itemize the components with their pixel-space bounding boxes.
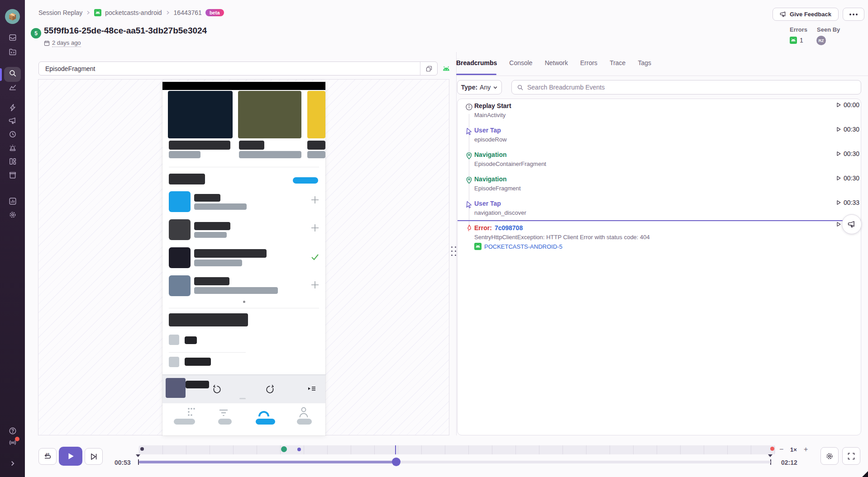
copy-screen-name-button[interactable] bbox=[420, 62, 437, 75]
breadcrumb-project-link[interactable]: pocketcasts-android bbox=[105, 9, 162, 16]
event-title[interactable]: Replay Start bbox=[474, 102, 511, 109]
nav-discover-icon bbox=[257, 407, 271, 418]
timeline-marker-tap[interactable] bbox=[297, 448, 301, 451]
tab-breadcrumbs[interactable]: Breadcrumbs bbox=[456, 59, 497, 73]
timeline-left-bound[interactable] bbox=[136, 454, 140, 457]
sidebar-item-releases[interactable] bbox=[0, 128, 25, 142]
rewind-10s-button[interactable]: 10 bbox=[38, 448, 57, 465]
fullscreen-button[interactable] bbox=[842, 447, 860, 465]
timeline-minimap[interactable] bbox=[139, 445, 775, 454]
seek-bar[interactable] bbox=[139, 461, 771, 463]
timeline-marker-navigation[interactable] bbox=[281, 446, 287, 452]
list-icon-placeholder bbox=[169, 335, 179, 345]
tab-console[interactable]: Console bbox=[509, 59, 532, 73]
event-timestamp[interactable]: 00:30 bbox=[836, 175, 859, 182]
text-placeholder bbox=[239, 141, 264, 150]
event-timestamp[interactable] bbox=[836, 222, 841, 227]
sidebar-collapse-button[interactable] bbox=[0, 458, 25, 471]
sidebar-item-broadcasts[interactable] bbox=[0, 437, 25, 450]
replay-player-viewport[interactable] bbox=[38, 79, 449, 435]
event-title[interactable]: Navigation bbox=[474, 175, 507, 183]
sidebar-item-explore-code[interactable] bbox=[0, 46, 25, 60]
tab-network[interactable]: Network bbox=[545, 59, 568, 73]
navigation-pin-icon bbox=[465, 176, 473, 184]
org-avatar[interactable]: 📦 bbox=[5, 9, 20, 24]
skip-to-end-button[interactable] bbox=[85, 448, 103, 465]
window-resize-grip[interactable] bbox=[862, 471, 868, 477]
timeline-zoom-out-button[interactable]: − bbox=[779, 445, 783, 453]
event-timestamp[interactable]: 00:00 bbox=[836, 101, 859, 109]
event-timestamp[interactable]: 00:30 bbox=[836, 150, 859, 157]
replay-age-text[interactable]: 2 days ago bbox=[52, 39, 81, 47]
sidebar-item-search[interactable] bbox=[0, 67, 25, 81]
sidebar: 📦 bbox=[0, 0, 25, 477]
tab-errors[interactable]: Errors bbox=[580, 59, 597, 73]
page-title: 55f9fb16-25de-48ce-aa51-3db27b5e3024 bbox=[44, 26, 207, 36]
timeline-marker-start[interactable] bbox=[140, 447, 144, 451]
replay-age: 2 days ago bbox=[44, 39, 81, 47]
player-settings-button[interactable] bbox=[820, 447, 839, 465]
event-title[interactable]: Navigation bbox=[474, 151, 507, 158]
errors-count-value: 1 bbox=[800, 37, 803, 44]
plus-icon bbox=[310, 195, 320, 207]
tab-tags[interactable]: Tags bbox=[638, 59, 651, 73]
playback-speed-label[interactable]: 1× bbox=[790, 446, 797, 453]
text-placeholder bbox=[194, 277, 229, 285]
nav-filter-icon bbox=[218, 408, 229, 419]
text-placeholder bbox=[185, 358, 211, 366]
feedback-widget-button[interactable] bbox=[842, 214, 862, 234]
event-description: episodeRow bbox=[474, 136, 507, 143]
sidebar-item-performance[interactable] bbox=[0, 102, 25, 115]
android-platform-icon bbox=[442, 65, 450, 72]
org-avatar-emoji: 📦 bbox=[8, 13, 17, 21]
sidebar-item-stats[interactable] bbox=[0, 195, 25, 209]
text-placeholder bbox=[194, 260, 242, 266]
sidebar-item-issues[interactable] bbox=[0, 32, 25, 45]
sidebar-item-settings[interactable] bbox=[0, 209, 25, 222]
list-avatar-placeholder bbox=[169, 191, 191, 212]
sidebar-item-integrations[interactable] bbox=[0, 169, 25, 183]
current-screen-bar bbox=[38, 61, 438, 76]
timeline-marker-error[interactable] bbox=[770, 447, 774, 451]
event-title[interactable]: User Tap bbox=[474, 200, 501, 207]
error-flame-icon bbox=[465, 224, 473, 232]
code-folder-icon bbox=[9, 48, 17, 58]
give-feedback-button[interactable]: Give Feedback bbox=[773, 8, 839, 21]
breadcrumb-search-input[interactable] bbox=[527, 81, 853, 94]
event-timestamp[interactable]: 00:30 bbox=[836, 126, 859, 133]
user-tap-icon bbox=[465, 201, 473, 208]
error-project-link[interactable]: POCKETCASTS-ANDROID-5 bbox=[474, 243, 563, 250]
list-avatar-placeholder bbox=[169, 219, 191, 240]
nav-profile-icon bbox=[298, 406, 309, 420]
list-avatar-placeholder bbox=[169, 275, 191, 296]
timeline-right-bound[interactable] bbox=[768, 454, 773, 457]
text-placeholder bbox=[194, 287, 278, 294]
beta-badge: beta bbox=[205, 9, 224, 16]
error-id-link[interactable]: 7c098708 bbox=[495, 224, 523, 231]
seek-scrubber-handle[interactable] bbox=[392, 458, 401, 466]
give-feedback-label: Give Feedback bbox=[790, 11, 831, 18]
play-icon bbox=[836, 127, 841, 132]
help-icon bbox=[9, 427, 17, 437]
current-screen-input[interactable] bbox=[45, 62, 421, 75]
timeline-zoom-in-button[interactable]: + bbox=[804, 445, 808, 453]
text-placeholder bbox=[239, 151, 301, 158]
current-time-label: 00:53 bbox=[114, 459, 131, 466]
type-filter-dropdown[interactable]: Type: Any bbox=[457, 80, 502, 94]
event-timestamp[interactable]: 00:33 bbox=[836, 199, 859, 206]
user-tap-icon bbox=[465, 128, 473, 135]
text-placeholder bbox=[194, 222, 230, 230]
play-button[interactable] bbox=[59, 447, 82, 466]
tab-trace[interactable]: Trace bbox=[610, 59, 625, 73]
gear-icon bbox=[825, 452, 834, 460]
seen-by-avatar[interactable]: RZ bbox=[816, 36, 826, 45]
sidebar-item-alerts[interactable] bbox=[0, 142, 25, 156]
sidebar-item-feedback[interactable] bbox=[0, 115, 25, 128]
sidebar-item-insights[interactable] bbox=[0, 81, 25, 95]
event-title[interactable]: User Tap bbox=[474, 127, 501, 134]
more-options-button[interactable] bbox=[843, 8, 864, 21]
breadcrumb-section-link[interactable]: Session Replay bbox=[38, 9, 82, 16]
mini-player-artwork bbox=[166, 378, 186, 398]
sidebar-item-dashboards[interactable] bbox=[0, 156, 25, 169]
podcast-artwork-placeholder bbox=[307, 91, 325, 138]
